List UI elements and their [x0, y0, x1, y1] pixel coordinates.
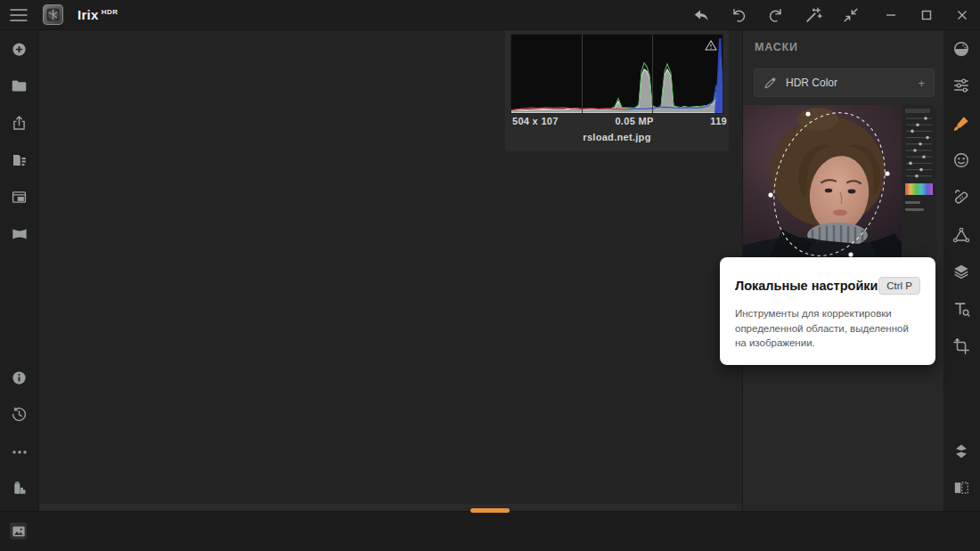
auto-enhance-icon[interactable]	[804, 5, 823, 25]
erase-icon[interactable]	[951, 186, 972, 207]
mask-handle-top	[805, 111, 810, 116]
tooltip-title: Локальные настройки	[735, 279, 878, 293]
adjustments-icon[interactable]	[951, 75, 972, 96]
more-options-icon[interactable]	[9, 442, 30, 463]
add-photo-icon[interactable]	[9, 38, 30, 60]
panorama-icon[interactable]	[9, 223, 30, 245]
mask-handle-left	[768, 192, 772, 197]
filters-icon[interactable]	[951, 38, 972, 60]
export-icon[interactable]	[9, 112, 30, 134]
local-adjustments-tooltip: Локальные настройки Ctrl P Инструменты д…	[720, 257, 935, 365]
right-toolbar	[942, 29, 980, 512]
eyedropper-icon	[764, 77, 777, 90]
mask-type-label: HDR Color	[786, 77, 837, 89]
histogram-plot[interactable]	[510, 34, 723, 114]
local-adjustments-brush-icon[interactable]	[951, 113, 972, 134]
clipping-warning-icon[interactable]	[704, 38, 718, 53]
image-dimensions: 504 x 107	[512, 116, 559, 126]
filmstrip-toggle-handle[interactable]	[470, 508, 510, 513]
hamburger-menu-icon[interactable]	[9, 5, 29, 25]
histogram-panel: 504 x 107 0.05 MP 119 rsload.net.jpg	[505, 29, 729, 151]
minimize-button[interactable]	[873, 0, 909, 29]
layers-icon[interactable]	[951, 261, 972, 282]
catalog-icon[interactable]	[9, 186, 30, 207]
image-file-size: 119	[710, 116, 727, 126]
crop-icon[interactable]	[951, 336, 972, 357]
compare-icon[interactable]	[951, 477, 972, 498]
batch-processing-icon[interactable]	[9, 150, 30, 171]
add-mask-icon[interactable]: +	[918, 77, 925, 90]
histogram-gridline	[582, 35, 583, 113]
irix-hdr-app-window: IrixHDR	[0, 0, 980, 551]
image-filename: rsload.net.jpg	[505, 132, 729, 142]
text-tool-icon[interactable]	[951, 298, 972, 320]
mask-type-dropdown[interactable]: HDR Color +	[754, 69, 935, 97]
histogram-gridline	[652, 35, 653, 113]
app-title: IrixHDR	[78, 7, 118, 22]
close-button[interactable]	[944, 0, 980, 29]
portrait-icon[interactable]	[951, 150, 972, 171]
exit-fullscreen-icon[interactable]	[841, 5, 861, 25]
filmstrip-bar	[0, 511, 980, 551]
app-logo-icon	[43, 4, 63, 25]
revert-icon[interactable]	[691, 5, 711, 25]
redo-icon[interactable]	[766, 5, 786, 25]
image-megapixels: 0.05 MP	[615, 116, 653, 126]
title-bar: IrixHDR	[0, 0, 980, 30]
flatten-icon[interactable]	[951, 441, 972, 462]
structure-icon[interactable]	[951, 224, 972, 246]
mask-handle-right	[885, 171, 889, 175]
histogram-curves	[511, 35, 723, 113]
tooltip-shortcut-badge: Ctrl P	[878, 277, 920, 295]
masks-panel-title: МАСКИ	[755, 41, 798, 53]
left-toolbar	[0, 29, 39, 512]
maximize-button[interactable]	[909, 0, 944, 29]
history-icon[interactable]	[9, 403, 30, 425]
tooltip-description: Инструменты для корректировки определенн…	[735, 306, 915, 351]
mask-preview-thumbnail[interactable]	[743, 105, 936, 258]
filmstrip-image-icon[interactable]	[10, 523, 27, 539]
film-roll-icon[interactable]	[9, 478, 30, 499]
mask-handle-bottom	[848, 252, 853, 256]
undo-icon[interactable]	[729, 5, 748, 25]
open-folder-icon[interactable]	[9, 75, 30, 96]
info-icon[interactable]	[9, 367, 30, 388]
